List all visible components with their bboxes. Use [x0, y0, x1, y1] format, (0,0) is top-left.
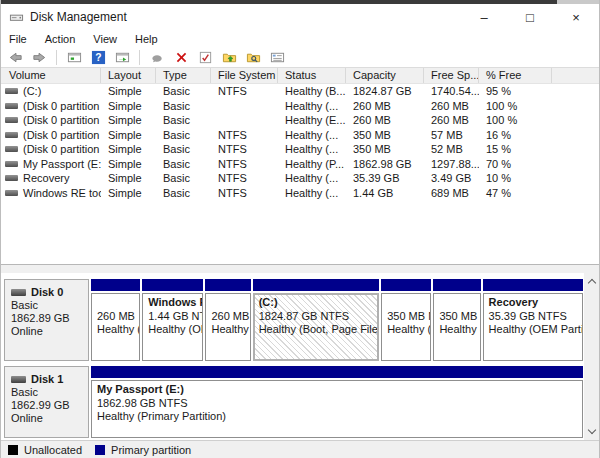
partition-title [439, 296, 477, 310]
cell-layout: Simple [101, 113, 156, 128]
partition-block[interactable]: (C:) 1824.87 GB NTFS Healthy (Boot, Page… [253, 279, 380, 361]
column-header-capacity[interactable]: Capacity [346, 68, 424, 83]
cell-status: Healthy (P... [278, 157, 346, 172]
forward-icon[interactable] [29, 48, 49, 66]
partition-capacity-line: 1.44 GB NTF [148, 310, 200, 324]
properties-icon[interactable] [267, 48, 287, 66]
cell-type: Basic [156, 142, 211, 157]
partition-block[interactable]: Recovery 35.39 GB NTFS Healthy (OEM Part… [483, 279, 583, 361]
volume-table-row[interactable]: Windows RE tools Simple Basic NTFS Healt… [1, 186, 599, 201]
partition-body: 260 MB Healthy ( [205, 293, 250, 361]
menu-action[interactable]: Action [36, 33, 85, 45]
disk-rows-container: Disk 0 Basic 1862.89 GB Online 260 MB He… [1, 273, 584, 440]
close-button[interactable]: × [553, 4, 599, 30]
action-pointer-icon[interactable] [147, 48, 167, 66]
legend-bar: Unallocated Primary partition [1, 440, 599, 458]
scroll-up-button[interactable] [584, 273, 599, 289]
menu-file[interactable]: File [1, 33, 36, 45]
cell-type: Basic [156, 84, 211, 99]
disk-status: Online [11, 325, 86, 338]
partition-block[interactable]: 260 MB Healthy ( [205, 279, 250, 361]
partition-block[interactable]: 350 MB N Healthy ( [433, 279, 480, 361]
back-icon[interactable] [5, 48, 25, 66]
disk-kind: Basic [11, 299, 86, 312]
menu-view[interactable]: View [84, 33, 126, 45]
volume-table-row[interactable]: Recovery Simple Basic NTFS Healthy (... … [1, 171, 599, 186]
action-pane-icon[interactable] [112, 48, 132, 66]
partition-status-line: Healthy ( [211, 323, 247, 337]
partition-title: Windows R [148, 296, 200, 310]
partition-status-line: Healthy ( [439, 323, 477, 337]
disk-icon [11, 289, 26, 296]
partition-block[interactable]: 350 MB N Healthy ( [381, 279, 431, 361]
partition-title: My Passport (E:) [97, 383, 580, 397]
window-title: Disk Management [30, 10, 127, 24]
column-header-free[interactable]: % Free [479, 68, 552, 83]
cell-capacity: 35.39 GB [346, 171, 424, 186]
partition-status-line: Healthy (OEI [148, 323, 200, 337]
volume-table-row[interactable]: (C:) Simple Basic NTFS Healthy (B... 182… [1, 84, 599, 99]
partition-status-line: Healthy (Boot, Page File, Cr [259, 323, 377, 337]
partition-title: Recovery [489, 296, 580, 310]
partition-block[interactable]: My Passport (E:) 1862.98 GB NTFS Healthy… [91, 366, 583, 438]
volume-table-row[interactable]: My Passport (E:) Simple Basic NTFS Healt… [1, 157, 599, 172]
disk-name: Disk 0 [31, 286, 63, 299]
legend-item: Unallocated [8, 444, 82, 456]
cell-file-system: NTFS [211, 128, 278, 143]
cell-layout: Simple [101, 128, 156, 143]
chevron-down-icon [587, 426, 595, 434]
partition-capacity-line: 35.39 GB NTFS [489, 310, 580, 324]
cell-capacity: 350 MB [346, 128, 424, 143]
partition-block[interactable]: 260 MB Healthy ( [91, 279, 140, 361]
menu-help[interactable]: Help [126, 33, 167, 45]
cell-type: Basic [156, 186, 211, 201]
delete-volume-icon[interactable] [171, 48, 191, 66]
cell-free-space: 260 MB [424, 99, 479, 114]
column-header-status[interactable]: Status [278, 68, 346, 83]
scroll-down-button[interactable] [584, 424, 599, 440]
column-header-type[interactable]: Type [156, 68, 211, 83]
volume-table-row[interactable]: (Disk 0 partition 3) Simple Basic Health… [1, 113, 599, 128]
legend-swatch [95, 445, 105, 455]
partition-capacity-line: 350 MB N [439, 310, 477, 324]
volume-list-pane: VolumeLayoutTypeFile SystemStatusCapacit… [1, 68, 599, 264]
column-header-volume[interactable]: Volume [1, 68, 101, 83]
disk-management-window: Disk Management –□× FileActionViewHelp ?… [0, 0, 600, 458]
partition-body: 260 MB Healthy ( [91, 293, 140, 361]
vertical-scrollbar[interactable] [584, 273, 599, 440]
volume-name: (Disk 0 partition 3) [23, 113, 101, 128]
volume-table-row[interactable]: (Disk 0 partition 7) Simple Basic NTFS H… [1, 142, 599, 157]
partition-status-line: Healthy ( [97, 323, 137, 337]
partition-type-band [433, 279, 480, 291]
folder-up-icon[interactable] [219, 48, 239, 66]
cell-volume: (Disk 0 partition 3) [1, 113, 101, 128]
cell-free-space: 3.49 GB [424, 171, 479, 186]
volume-icon [5, 146, 18, 152]
maximize-button[interactable]: □ [507, 4, 553, 30]
help-icon[interactable]: ? [88, 48, 108, 66]
pane-splitter[interactable] [1, 264, 599, 273]
legend-label: Unallocated [24, 444, 82, 456]
cell-pct-free: 47 % [479, 186, 552, 201]
minimize-button[interactable]: – [461, 4, 507, 30]
partition-body: Recovery 35.39 GB NTFS Healthy (OEM Part… [483, 293, 583, 361]
toolbar-separator [56, 50, 57, 65]
column-header-free-sp[interactable]: Free Sp... [424, 68, 479, 83]
volume-table-row[interactable]: (Disk 0 partition 6) Simple Basic NTFS H… [1, 128, 599, 143]
legend-label: Primary partition [111, 444, 191, 456]
column-header-file-system[interactable]: File System [211, 68, 278, 83]
cell-capacity: 350 MB [346, 142, 424, 157]
partition-block[interactable]: Windows R 1.44 GB NTF Healthy (OEI [142, 279, 203, 361]
cell-free-space: 1297.88... [424, 157, 479, 172]
folder-find-icon[interactable] [243, 48, 263, 66]
partition-type-band [253, 279, 380, 291]
volume-icon [5, 161, 18, 167]
cell-file-system [211, 99, 278, 114]
column-header-layout[interactable]: Layout [101, 68, 156, 83]
console-tree-icon[interactable] [64, 48, 84, 66]
check-doc-icon[interactable] [195, 48, 215, 66]
disk-info-pane[interactable]: Disk 0 Basic 1862.89 GB Online [4, 279, 89, 361]
volume-table-row[interactable]: (Disk 0 partition 1) Simple Basic Health… [1, 99, 599, 114]
cell-type: Basic [156, 99, 211, 114]
disk-info-pane[interactable]: Disk 1 Basic 1862.99 GB Online [4, 366, 89, 438]
